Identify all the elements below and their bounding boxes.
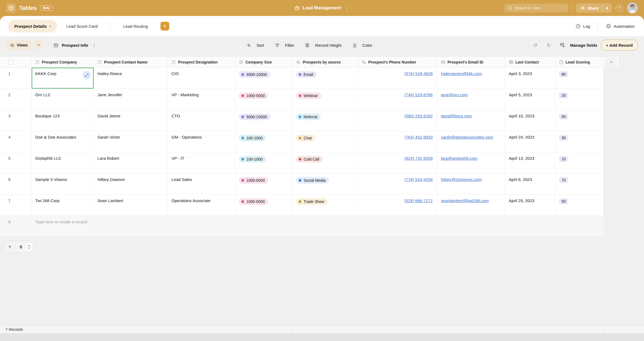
column-header-prospect-s-phone-number[interactable]: Prospect's Phone Number — [358, 57, 437, 67]
cell-company-size[interactable]: 5000-10000 — [235, 68, 293, 89]
row-number-cell[interactable]: 1 — [0, 68, 32, 89]
cell-last-contact[interactable]: April 24, 2023 — [505, 131, 555, 152]
email-link[interactable]: hillary@3visionss.com — [441, 177, 482, 182]
select-all-checkbox[interactable] — [8, 60, 13, 65]
phone-link[interactable]: (525) 666-7272 — [404, 198, 433, 203]
add-rows-button[interactable]: + — [4, 241, 16, 252]
record-height-button[interactable]: Record Height — [302, 40, 342, 50]
cell-email[interactable]: hillary@3visionss.com — [437, 174, 505, 195]
cell-email[interactable]: jane@orn.com — [437, 89, 505, 110]
search-input[interactable]: Search in View — [505, 4, 568, 12]
cell-contact-name[interactable]: Sean Lambert — [94, 195, 168, 216]
cell-phone[interactable]: (090) 253-6282 — [358, 110, 437, 131]
cell-phone[interactable]: (778) 523-4256 — [358, 174, 437, 195]
cell-last-contact[interactable]: April 10, 2023 — [505, 110, 555, 131]
phone-link[interactable]: (090) 253-6282 — [404, 114, 433, 118]
cell-company[interactable]: Twi 268 Corp — [32, 195, 94, 216]
cell-source[interactable]: Social Media — [293, 174, 358, 195]
cell-phone[interactable]: (576) 528-4628 — [358, 68, 437, 89]
row-number-cell[interactable]: 7 — [0, 195, 32, 216]
cell-company[interactable]: KKKK Corp — [32, 68, 94, 89]
cell-last-contact[interactable]: April 25, 2023 — [505, 195, 555, 216]
cell-company-size[interactable]: 1000-5000 — [235, 89, 293, 110]
add-field-button[interactable]: + — [605, 57, 617, 67]
add-table-button[interactable]: + — [160, 22, 169, 31]
cell-company[interactable]: Boutique 123 — [32, 110, 94, 131]
tab-prospect-details[interactable]: Prospect Details▾ — [8, 20, 57, 32]
row-number-cell[interactable]: 6 — [0, 174, 32, 195]
cell-contact-name[interactable]: Lara Robert — [94, 152, 168, 174]
views-button[interactable]: Views — [6, 40, 31, 50]
cell-email[interactable]: sarah@doedassociates.com — [437, 131, 505, 152]
cell-company-size[interactable]: 1000-5000 — [235, 195, 293, 216]
phone-link[interactable]: (746) 529-8766 — [404, 92, 433, 97]
user-avatar[interactable] — [627, 2, 638, 13]
add-rows-spinner[interactable] — [26, 243, 32, 251]
email-link[interactable]: jane@orn.com — [441, 92, 468, 97]
cell-source[interactable]: Cold Call — [293, 152, 358, 174]
cell-company-size[interactable]: 1000-5000 — [235, 174, 293, 195]
cell-company[interactable]: Gistiq456 LLC — [32, 152, 94, 174]
column-header-lead-scoring[interactable]: Lead Scoring — [555, 57, 604, 67]
expand-record-button[interactable] — [83, 71, 91, 79]
cell-company[interactable]: Sample 3 Visions — [32, 174, 94, 195]
cell-lead-score[interactable]: 30 — [555, 131, 604, 152]
row-number-cell[interactable]: 2 — [0, 89, 32, 110]
cell-lead-score[interactable]: 50 — [555, 110, 604, 131]
cell-company-size[interactable]: 5000-10000 — [235, 110, 293, 131]
cell-designation[interactable]: Lead Sales — [168, 174, 235, 195]
cell-last-contact[interactable]: April 5, 2023 — [505, 89, 555, 110]
column-header-prospect-designation[interactable]: Prospect Designation — [168, 57, 235, 67]
tab-lead-score-card[interactable]: Lead Score Card — [66, 24, 97, 29]
cell-phone[interactable]: (525) 666-7272 — [358, 195, 437, 216]
cell-phone[interactable]: (763) 452-8933 — [358, 131, 437, 152]
cell-company-size[interactable]: 100-1000 — [235, 131, 293, 152]
cell-designation[interactable]: VP - IT — [168, 152, 235, 174]
cell-lead-score[interactable]: 10 — [555, 152, 604, 174]
phone-link[interactable]: (778) 523-4256 — [404, 177, 433, 182]
email-link[interactable]: seanlambert@twi268.com — [441, 198, 489, 203]
log-button[interactable]: Log — [574, 24, 591, 29]
cell-source[interactable]: Webinar — [293, 89, 358, 110]
cell-source[interactable]: Chat — [293, 131, 358, 152]
share-button[interactable]: Share 4 — [576, 3, 612, 13]
row-number-cell[interactable]: 3 — [0, 110, 32, 131]
column-header-prospect-contact-name[interactable]: Prospect Contact Name — [94, 57, 168, 67]
cell-source[interactable]: Email — [293, 68, 358, 89]
help-button[interactable]: ? — [616, 4, 623, 12]
column-header-company-size[interactable]: Company Size — [235, 57, 293, 67]
cell-email[interactable]: seanlambert@twi268.com — [437, 195, 505, 216]
cell-phone[interactable]: (824) 732-8209 — [358, 152, 437, 174]
email-link[interactable]: sarah@doedassociates.com — [441, 135, 493, 139]
automation-button[interactable]: Automation — [605, 23, 636, 29]
add-view-button[interactable]: + — [34, 41, 43, 50]
cell-designation[interactable]: Operations Associate — [168, 195, 235, 216]
cell-source[interactable]: Referral — [293, 110, 358, 131]
cell-lead-score[interactable]: 50 — [555, 195, 604, 216]
app-logo[interactable] — [6, 3, 16, 13]
undo-button[interactable]: ↺ — [530, 40, 540, 50]
cell-contact-name[interactable]: David Jeene — [94, 110, 168, 131]
cell-phone[interactable]: (746) 529-8766 — [358, 89, 437, 110]
phone-link[interactable]: (576) 528-4628 — [404, 71, 433, 76]
base-menu-button[interactable]: ⋮ — [344, 6, 350, 10]
cell-last-contact[interactable]: April 13, 2023 — [505, 152, 555, 174]
cell-email[interactable]: lara@gistiq456.com — [437, 152, 505, 174]
cell-designation[interactable]: VP - Marketing — [168, 89, 235, 110]
email-link[interactable]: lara@gistiq456.com — [441, 156, 477, 161]
cell-source[interactable]: Trade Show — [293, 195, 358, 216]
cell-designation[interactable]: GM - Operations — [168, 131, 235, 152]
cell-lead-score[interactable]: 70 — [555, 174, 604, 195]
cell-company[interactable]: Doe & Doe Associates — [32, 131, 94, 152]
column-header-prospect-company[interactable]: Prospect Company — [32, 57, 94, 67]
email-link[interactable]: david@bout.com — [441, 114, 472, 118]
filter-button[interactable]: Filter — [272, 40, 294, 50]
redo-button[interactable]: ↻ — [544, 40, 554, 50]
sort-button[interactable]: Sort — [244, 40, 264, 50]
cell-email[interactable]: david@bout.com — [437, 110, 505, 131]
cell-contact-name[interactable]: Hillary Dawson — [94, 174, 168, 195]
color-button[interactable]: Color — [350, 40, 372, 50]
cell-designation[interactable]: CTO — [168, 110, 235, 131]
row-number-cell[interactable]: 4 — [0, 131, 32, 152]
phone-link[interactable]: (763) 452-8933 — [404, 135, 433, 139]
